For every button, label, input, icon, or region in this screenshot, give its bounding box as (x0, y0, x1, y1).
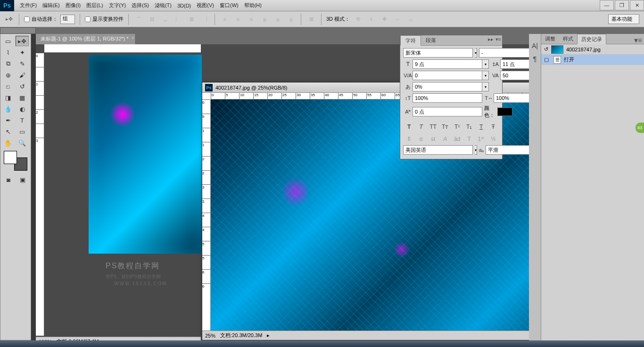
text-color-swatch[interactable] (497, 107, 512, 116)
titling-button[interactable]: A (440, 135, 450, 143)
color-swatches[interactable] (4, 151, 27, 171)
wand-tool[interactable]: ✦ (16, 47, 29, 58)
italic-button[interactable]: T (416, 123, 426, 131)
dodge-tool[interactable]: ◐ (16, 104, 29, 114)
para-mini-icon[interactable]: ¶ (530, 53, 540, 65)
quickmask-toggle[interactable]: ◙ (2, 174, 15, 185)
tab-well-grip[interactable] (36, 27, 644, 34)
eraser-tool[interactable]: ◨ (1, 92, 15, 103)
kern-dd[interactable]: ▾ (482, 71, 489, 80)
tools-grip[interactable] (0, 27, 36, 34)
strikethrough-button[interactable]: Ŧ (488, 123, 498, 131)
menu-type[interactable]: 文字(Y) (106, 2, 129, 9)
tab-character[interactable]: 字符 (400, 35, 421, 46)
notification-badge[interactable]: 83 (636, 123, 644, 133)
brush-tool[interactable]: 🖌 (16, 70, 29, 80)
fraction-button[interactable]: 1ˢᵗ (477, 135, 486, 143)
blur-tool[interactable]: 💧 (1, 104, 15, 114)
lasso-tool[interactable]: ⌇ (1, 47, 15, 58)
allcaps-button[interactable]: TT (429, 123, 438, 131)
panel-menu-icon[interactable]: ▾≡ (495, 36, 501, 42)
foreground-swatch[interactable] (4, 151, 17, 164)
tab-history[interactable]: 历史记录 (577, 34, 606, 44)
auto-select-target[interactable]: 组 (60, 15, 75, 24)
gradient-tool[interactable]: ▦ (16, 92, 29, 103)
align-right-icon: ⎹ (199, 14, 210, 25)
tab-close-icon[interactable]: × (132, 35, 134, 41)
kerning-input[interactable] (413, 71, 482, 80)
align-bottom-icon: ⎽ (160, 14, 170, 25)
rp-menu-icon[interactable]: ▾≡ (634, 36, 642, 45)
font-size-input[interactable] (413, 59, 482, 69)
menu-window[interactable]: 窗口(W) (217, 2, 241, 9)
ordinal-button[interactable]: ½ (488, 135, 498, 143)
show-transform-check[interactable]: 显示变换控件 (85, 16, 124, 23)
subscript-button[interactable]: T₁ (464, 123, 474, 131)
tab-paragraph[interactable]: 段落 (421, 35, 441, 45)
watermark-title: PS教程自学网 (106, 261, 160, 271)
doc1-ruler-vertical[interactable]: 0123 (36, 53, 44, 336)
restore-button[interactable]: ❐ (615, 0, 629, 10)
align-hcenter-icon: ⊞ (186, 14, 197, 25)
move-tool[interactable]: ▸✥ (16, 36, 29, 46)
ord-button[interactable]: σ (416, 135, 426, 143)
crop-tool[interactable]: ⧉ (1, 58, 15, 69)
menu-image[interactable]: 图像(I) (63, 2, 83, 9)
menu-layer[interactable]: 图层(L) (83, 2, 106, 9)
panel-collapse-icon[interactable]: ▸▸ (488, 36, 494, 42)
screenmode-toggle[interactable]: ▣ (16, 174, 29, 185)
menu-help[interactable]: 帮助(H) (241, 2, 264, 9)
doc2-docinfo[interactable]: 文档:20.3M/20.3M (220, 332, 262, 339)
menu-edit[interactable]: 编辑(E) (40, 2, 63, 9)
shape-tool[interactable]: ▭ (16, 126, 29, 137)
oldstyle-button[interactable]: T (464, 135, 474, 143)
marquee-tool[interactable]: ▭ (1, 36, 15, 46)
baseline-input[interactable] (413, 107, 482, 116)
stamp-tool[interactable]: ⏍ (1, 81, 15, 91)
menu-select[interactable]: 选择(S) (129, 2, 152, 9)
language-select[interactable] (403, 145, 473, 155)
tab-styles[interactable]: 样式 (559, 34, 577, 44)
smallcaps-button[interactable]: Tᴛ (440, 123, 450, 131)
doc2-zoom[interactable]: 25% (205, 333, 215, 339)
font-dd[interactable]: ▾ (475, 48, 477, 58)
eyedropper-tool[interactable]: ✎ (16, 58, 29, 69)
distribute-3-icon: ≡ (246, 14, 256, 25)
history-step[interactable]: ▢ ☰ 打开 (541, 55, 644, 65)
type-tool[interactable]: T (16, 115, 29, 125)
heal-tool[interactable]: ⊕ (1, 70, 15, 80)
menu-view[interactable]: 视图(V) (194, 2, 217, 9)
stylistic-button[interactable]: ād (453, 135, 462, 143)
auto-select-check[interactable]: 自动选择： (24, 16, 58, 23)
bold-button[interactable]: T (405, 123, 414, 131)
superscript-button[interactable]: T¹ (453, 123, 462, 131)
doc1-canvas[interactable]: PS教程自学网 学PS，就到PS教程自学网 WWW.16XX8.COM (44, 53, 201, 336)
swash-button[interactable]: st (429, 135, 438, 143)
menu-filter[interactable]: 滤镜(T) (152, 2, 174, 9)
font-family-input[interactable] (403, 48, 473, 58)
close-button[interactable]: ✕ (630, 0, 644, 10)
doc1-ruler-horizontal[interactable] (44, 44, 201, 53)
tab-adjustments[interactable]: 调整 (541, 34, 559, 44)
size-dd[interactable]: ▾ (482, 59, 489, 69)
tsume-dd[interactable]: ▾ (482, 82, 489, 91)
lang-dd[interactable]: ▾ (475, 145, 477, 155)
document-tab[interactable]: 未标题-1 @ 100% (图层 1, RGB/32*) * × (36, 34, 136, 44)
history-source[interactable]: ↺ 400218747.jpg (541, 44, 644, 55)
menu-file[interactable]: 文件(F) (17, 2, 40, 9)
vscale-input[interactable] (413, 93, 482, 103)
doc2-ps-icon: Ps (205, 84, 213, 91)
pen-tool[interactable]: ✒ (1, 115, 15, 125)
history-brush-tool[interactable]: ↺ (16, 81, 29, 91)
workspace-selector[interactable]: 基本功能 (608, 14, 639, 24)
hand-tool[interactable]: ✋ (1, 138, 15, 148)
underline-button[interactable]: T (477, 123, 486, 131)
minimize-button[interactable]: — (600, 0, 614, 10)
doc2-ruler-vertical[interactable]: 05112233445566 (202, 99, 211, 330)
fi-lig-button[interactable]: fi (405, 135, 414, 143)
char-mini-icon[interactable]: A| (530, 40, 540, 52)
tsume-input[interactable] (413, 82, 482, 91)
zoom-tool[interactable]: 🔍 (16, 138, 29, 148)
path-tool[interactable]: ↖ (1, 126, 15, 137)
menu-3d[interactable]: 3D(D) (174, 3, 194, 8)
